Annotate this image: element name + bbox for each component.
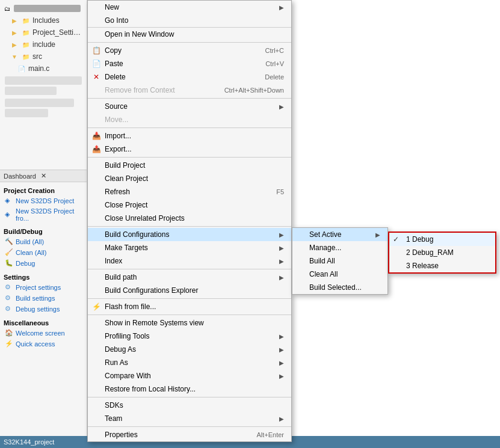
project-root[interactable]: 🗂 S32K144_project: Deb [0,2,87,14]
menu-build-configs[interactable]: Build Configurations ▶ [88,228,291,241]
copy-icon: 📋 [91,46,101,55]
submenu-set-active[interactable]: Set Active ▶ [292,228,387,241]
blurred3 [5,99,74,107]
menu-make-targets[interactable]: Make Targets ▶ [88,241,291,254]
menu-compare-with[interactable]: Compare With ▶ [88,369,291,382]
project-settings-link[interactable]: ⚙ Project settings [0,282,87,293]
debug-icon: 🐛 [5,259,13,268]
build-all[interactable]: 🔨 Build (All) [0,236,87,247]
menu-close-unrelated[interactable]: Close Unrelated Projects [88,212,291,225]
includes-item[interactable]: ▶ 📁 Includes [0,14,87,26]
menu-team[interactable]: Team ▶ [88,412,291,425]
menu-open-new-window[interactable]: Open in New Window [88,27,291,41]
submenu-manage[interactable]: Manage... [292,241,387,254]
welcome-screen[interactable]: 🏠 Welcome screen [0,328,87,339]
src-label: src [32,52,42,61]
menu-refresh[interactable]: Refresh F5 [88,185,291,198]
menu-debug-as[interactable]: Debug As ▶ [88,343,291,356]
export-icon: 📤 [91,144,101,154]
menu-run-as[interactable]: Run As ▶ [88,356,291,369]
build-settings-link[interactable]: ⚙ Build settings [0,293,87,304]
src-item[interactable]: ▼ 📁 src [0,51,87,63]
menu-restore-local[interactable]: Restore from Local History... [88,382,291,396]
src-folder-icon: 📁 [21,52,31,61]
sep1 [88,42,291,43]
arrow3-icon: ▼ [10,52,19,61]
menu-copy[interactable]: 📋 Copy Ctrl+C [88,44,291,57]
build-config-submenu: Set Active ▶ Manage... Build All Clean A… [292,227,388,295]
dashboard-label: Dashboard [4,173,36,180]
delete-icon: ✕ [91,72,101,82]
build-config-arrow-icon: ▶ [279,232,284,238]
sep5 [88,226,291,227]
settings-icon: ⚙ [5,283,13,292]
section-settings: Settings [0,271,87,282]
sep8 [88,315,291,315]
menu-clean-project[interactable]: Clean Project [88,172,291,185]
project-icon: 🗂 [2,4,12,13]
includes-label: Includes [32,16,60,25]
settings-folder-icon: 📁 [21,28,31,37]
new-s32ds-project-from[interactable]: ◈ New S32DS Project fro... [0,206,87,223]
team-arrow-icon: ▶ [279,416,284,422]
section-project-creation: Project Creation [0,185,87,195]
folder-icon: ▶ [10,16,19,25]
submenu-clean-all[interactable]: Clean All [292,268,387,281]
sep2 [88,98,291,99]
project-settings-link-label: Project settings [16,284,61,291]
menu-source[interactable]: Source ▶ [88,100,291,113]
project-settings-label: Project_Settings [32,28,84,37]
menu-flash-from-file[interactable]: ⚡ Flash from file... [88,300,291,313]
menu-build-project[interactable]: Build Project [88,159,291,172]
menu-new[interactable]: New ▶ [88,1,291,14]
include-label: include [32,40,55,49]
close-icon[interactable]: ✕ [41,172,46,180]
menu-go-into[interactable]: Go Into [88,14,291,27]
submenu-build-selected[interactable]: Build Selected... [292,281,387,294]
menu-export[interactable]: 📤 Export... [88,143,291,156]
include-folder-icon: 📁 [21,40,31,49]
menu-sdks[interactable]: SDKs [88,399,291,412]
config-debug-ram[interactable]: 2 Debug_RAM [389,246,495,259]
profiling-arrow-icon: ▶ [279,333,284,340]
clean-all[interactable]: 🧹 Clean (All) [0,247,87,258]
submenu-build-all[interactable]: Build All [292,254,387,268]
arrow-icon: ▶ [10,28,19,37]
new-project-icon: ◈ [5,197,13,205]
project-settings-item[interactable]: ▶ 📁 Project_Settings [0,26,87,38]
main-c-item[interactable]: 📄 main.c [0,63,87,75]
check-icon: ✓ [393,235,399,244]
menu-import[interactable]: 📥 Import... [88,129,291,143]
menu-index[interactable]: Index ▶ [88,254,291,268]
debug-item[interactable]: 🐛 Debug [0,258,87,269]
menu-delete[interactable]: ✕ Delete Delete [88,70,291,84]
menu-properties[interactable]: Properties Alt+Enter [88,428,291,441]
sep10 [88,426,291,427]
menu-paste[interactable]: 📄 Paste Ctrl+V [88,57,291,70]
menu-build-configs-explorer[interactable]: Build Configurations Explorer [88,284,291,297]
clean-all-label: Clean (All) [16,249,46,256]
debug-as-arrow-icon: ▶ [279,346,284,353]
debug-settings-link[interactable]: ⚙ Debug settings [0,304,87,315]
quick-access[interactable]: ⚡ Quick access [0,339,87,349]
new-s32ds-label: New S32DS Project [16,197,74,204]
dashboard-tab[interactable]: Dashboard ✕ [0,170,87,182]
quick-access-label: Quick access [16,340,55,348]
include-item[interactable]: ▶ 📁 include [0,38,87,51]
menu-show-remote[interactable]: Show in Remote Systems view [88,316,291,330]
build-icon: 🔨 [5,238,13,246]
blurred1 [5,76,82,85]
config-release[interactable]: 3 Release [389,259,495,272]
includes-folder-icon: 📁 [21,16,31,25]
config-debug[interactable]: ✓ 1 Debug [389,233,495,246]
menu-profiling[interactable]: Profiling Tools ▶ [88,330,291,343]
new-s32ds-from-label: New S32DS Project fro... [16,207,82,222]
paste-icon: 📄 [91,59,101,69]
file-icon: 📄 [17,64,26,73]
menu-build-path[interactable]: Build path ▶ [88,271,291,284]
quick-access-icon: ⚡ [5,340,13,348]
new-s32ds-project[interactable]: ◈ New S32DS Project [0,195,87,206]
flash-icon: ⚡ [91,302,101,311]
menu-close-project[interactable]: Close Project [88,198,291,212]
run-as-arrow-icon: ▶ [279,360,284,366]
